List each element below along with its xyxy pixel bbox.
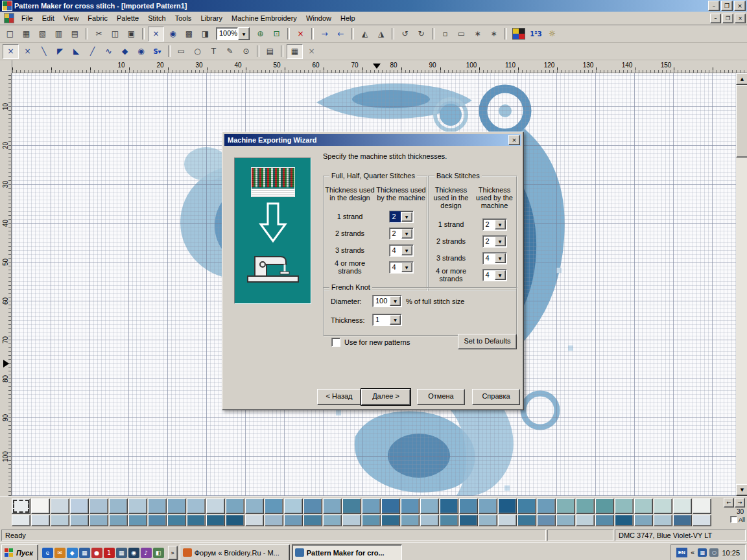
combo-value[interactable]: 2	[483, 236, 494, 247]
combo-arrow-icon[interactable]: ▼	[495, 237, 506, 246]
needle-tool[interactable]: ✎	[222, 45, 237, 58]
palette-swatch[interactable]	[576, 498, 595, 514]
menu-item[interactable]: Palette	[112, 13, 143, 23]
palette-swatch[interactable]	[479, 498, 497, 514]
palette-swatch[interactable]	[12, 515, 30, 526]
network-tray-icon[interactable]: ▦	[698, 548, 707, 557]
thickness-combo[interactable]: 4 ▼	[389, 244, 414, 257]
palette-swatch[interactable]	[284, 498, 303, 514]
palette-swatch[interactable]	[673, 515, 692, 526]
combo-value[interactable]: 4	[483, 253, 494, 264]
flip-horizontal-icon[interactable]: ◭	[357, 27, 372, 41]
paste-icon[interactable]: ▣	[124, 27, 139, 41]
thickness-combo[interactable]: 4 ▼	[482, 252, 507, 264]
half-stitch-tool[interactable]: ╲	[36, 45, 51, 58]
start-button[interactable]: Пуск	[1, 544, 38, 560]
palette-scroll-right-icon[interactable]: →	[735, 498, 745, 508]
menu-item[interactable]: Fabric	[83, 13, 112, 23]
palette-swatch[interactable]	[206, 515, 225, 526]
mdi-close-button[interactable]: ×	[735, 14, 746, 23]
palette-swatch[interactable]	[537, 498, 556, 514]
combo-arrow-icon[interactable]: ▼	[495, 253, 506, 263]
palette-swatch[interactable]	[673, 498, 692, 514]
mdi-restore-button[interactable]: ❐	[722, 14, 733, 23]
quarter-stitch-tool[interactable]: ◤	[53, 45, 67, 58]
tray-chevron-icon[interactable]: «	[691, 548, 695, 557]
straight-stitch-tool[interactable]: ╱	[85, 45, 100, 58]
palette-swatch[interactable]	[556, 498, 575, 514]
palette-swatch[interactable]	[226, 498, 244, 514]
palette-swatch[interactable]	[479, 515, 497, 526]
palette-swatch[interactable]	[148, 515, 167, 526]
palette-swatch[interactable]	[303, 515, 322, 526]
menu-item[interactable]: Window	[302, 13, 336, 23]
combo-arrow-icon[interactable]: ▼	[495, 220, 506, 229]
symbols-view-icon[interactable]: ◉	[165, 27, 180, 41]
notes-icon[interactable]: ▤	[263, 45, 278, 58]
cut-icon[interactable]: ✂	[91, 27, 106, 41]
new-icon[interactable]: □	[3, 27, 18, 41]
thickness-combo[interactable]: 4 ▼	[389, 261, 414, 274]
palette-swatch[interactable]	[148, 498, 167, 514]
palette-swatch[interactable]	[51, 515, 69, 526]
palette-swatch[interactable]	[323, 515, 342, 526]
palette-swatch[interactable]	[440, 515, 458, 526]
settings-icon[interactable]: ☼	[545, 27, 560, 41]
palette-swatch[interactable]	[109, 498, 128, 514]
taskbar-task-button[interactable]: Pattern Maker for cro...	[292, 544, 402, 560]
fit-pattern-icon[interactable]: ▭	[454, 27, 469, 41]
palette-swatch[interactable]	[206, 498, 225, 514]
palette-swatch[interactable]	[595, 515, 614, 526]
palette-swatch[interactable]	[187, 515, 206, 526]
flip-vertical-icon[interactable]: ◮	[374, 27, 388, 41]
quick-launch-overflow-icon[interactable]: »	[168, 546, 178, 560]
palette-swatch[interactable]	[693, 498, 711, 514]
music-icon[interactable]: ♪	[141, 548, 152, 558]
menu-item[interactable]: File	[17, 13, 38, 23]
diameter-combo[interactable]: 100 ▼	[372, 295, 402, 307]
scrollbar-thumb[interactable]	[736, 85, 747, 158]
menu-item[interactable]: Help	[336, 13, 360, 23]
palette-swatch[interactable]	[634, 515, 653, 526]
thickness-combo[interactable]: 2 ▼	[482, 235, 507, 248]
palette-swatch[interactable]	[31, 515, 50, 526]
full-stitch-tool[interactable]: ×	[3, 44, 19, 59]
thickness-combo[interactable]: 2 ▼	[389, 211, 414, 223]
zoom-value[interactable]: 100%	[216, 27, 238, 40]
palette-swatch[interactable]	[31, 498, 50, 514]
mdi-minimize-button[interactable]: –	[710, 14, 721, 23]
palette-swatch[interactable]	[303, 498, 322, 514]
palette-swatch[interactable]	[128, 515, 147, 526]
scroll-down-icon[interactable]: ▼	[736, 484, 747, 496]
palette-swatch[interactable]	[517, 498, 536, 514]
palette-swatch[interactable]	[498, 498, 517, 514]
palette-swatch[interactable]	[70, 515, 89, 526]
show-desktop-icon[interactable]: ◧	[153, 548, 164, 558]
palette-swatch[interactable]	[89, 498, 108, 514]
palette-swatch[interactable]	[265, 515, 283, 526]
palette-swatch[interactable]	[187, 498, 206, 514]
palette-swatch[interactable]	[576, 515, 595, 526]
menu-item[interactable]: Edit	[38, 13, 59, 23]
palette-swatch[interactable]	[226, 515, 244, 526]
combo-arrow-icon[interactable]: ▼	[390, 315, 401, 325]
combo-value[interactable]: 4	[390, 262, 401, 273]
zoom-combo[interactable]: 100% ▼	[216, 27, 250, 40]
palette-swatch[interactable]	[615, 498, 634, 514]
text-tool[interactable]: T	[206, 45, 221, 58]
palette-swatch[interactable]	[615, 515, 634, 526]
messenger-tray-icon[interactable]: ○	[709, 548, 718, 557]
thickness-combo[interactable]: 4 ▼	[482, 269, 507, 281]
import-icon[interactable]: →	[317, 27, 332, 41]
palette-swatch[interactable]	[420, 498, 439, 514]
stitches-view-icon[interactable]: ×	[148, 27, 164, 41]
maximize-button[interactable]: ❐	[721, 1, 733, 11]
palette-swatch[interactable]	[595, 498, 614, 514]
solid-view-icon[interactable]: ▩	[182, 27, 196, 41]
palette-swatch[interactable]	[362, 515, 381, 526]
vertical-scrollbar[interactable]: ▲ ▼	[736, 73, 747, 496]
combo-value[interactable]: 100	[373, 296, 389, 307]
back-button[interactable]: < Назад	[317, 389, 361, 405]
menu-item[interactable]: View	[59, 13, 84, 23]
palette-swatch[interactable]	[362, 498, 381, 514]
